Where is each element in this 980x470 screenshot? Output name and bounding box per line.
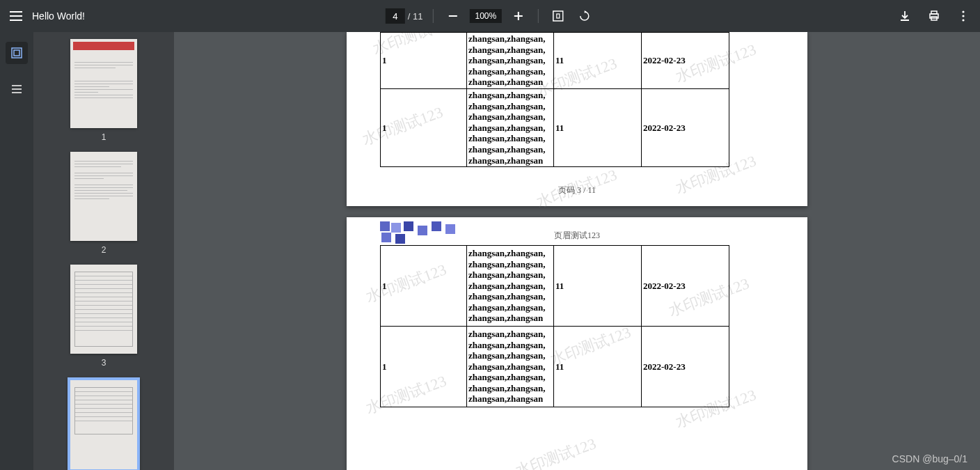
table-row: 1 zhangsan,zhangsan,zhangsan,zhangsan,zh… (381, 33, 729, 89)
cell-names: zhangsan,zhangsan,zhangsan,zhangsan,zhan… (467, 88, 554, 166)
toolbar-left: Hello World! (0, 10, 292, 22)
svg-rect-2 (518, 12, 519, 20)
thumbnail-2[interactable] (70, 152, 137, 241)
watermark: 水印测试123 (513, 433, 599, 470)
cell-id: 1 (381, 246, 467, 327)
svg-point-10 (962, 15, 964, 17)
svg-rect-15 (12, 88, 22, 90)
thumbnail-3[interactable] (70, 265, 137, 354)
page-3-partial: 水印测试123 水印测试123 水印测试123 水印测试123 水印测试123 … (347, 32, 807, 206)
svg-rect-12 (12, 48, 22, 58)
cell-date: 2022-02-23 (642, 327, 729, 407)
data-table: 1 zhangsan,zhangsan,zhangsan,zhangsan,zh… (380, 32, 729, 167)
thumbnails-toggle-icon[interactable] (6, 42, 28, 64)
cell-count: 11 (554, 33, 642, 89)
cell-count: 11 (554, 88, 642, 166)
document-title: Hello World! (32, 10, 85, 22)
cell-id: 1 (381, 33, 467, 89)
toolbar-right (895, 6, 973, 26)
page-footer: 页码 3 / 11 (347, 185, 807, 196)
thumbnail-4[interactable] (68, 377, 140, 470)
svg-point-11 (962, 19, 964, 21)
toolbar-center: / 11 100% (386, 6, 594, 26)
data-table: 1 zhangsan,zhangsan,zhangsan,zhangsan,zh… (380, 245, 729, 407)
fit-page-icon[interactable] (548, 6, 568, 26)
cell-date: 2022-02-23 (642, 246, 729, 327)
side-column (0, 32, 33, 470)
more-icon[interactable] (954, 6, 973, 26)
download-icon[interactable] (895, 6, 915, 26)
svg-rect-4 (557, 14, 560, 18)
cell-count: 11 (554, 246, 642, 327)
page-4-partial: 页眉测试123 水印测试123 水印测试123 水印测试123 水印测试123 … (347, 217, 807, 470)
svg-rect-0 (448, 15, 457, 17)
separator (538, 9, 539, 23)
print-icon[interactable] (924, 6, 944, 26)
thumbnail-label: 1 (102, 132, 106, 142)
rotate-icon[interactable] (575, 6, 594, 26)
cell-date: 2022-02-23 (642, 88, 729, 166)
cell-names: zhangsan,zhangsan,zhangsan,zhangsan,zhan… (467, 327, 554, 407)
svg-point-9 (962, 10, 964, 13)
table-row: 1 zhangsan,zhangsan,zhangsan,zhangsan,zh… (381, 246, 729, 327)
menu-icon[interactable] (10, 11, 22, 21)
attribution-text: CSDN @bug–0/1 (892, 453, 967, 464)
page-total: / 11 (408, 11, 423, 22)
cell-id: 1 (381, 327, 467, 407)
thumbnails-pane[interactable]: 1 2 3 4 (33, 32, 174, 470)
thumbnail-label: 2 (102, 245, 106, 255)
zoom-in-icon[interactable] (509, 6, 528, 26)
zoom-value: 100% (469, 9, 502, 23)
table-row: 1 zhangsan,zhangsan,zhangsan,zhangsan,zh… (381, 88, 729, 166)
zoom-out-icon[interactable] (443, 6, 462, 26)
page-input[interactable] (386, 8, 405, 24)
thumbnail-label: 3 (102, 358, 106, 368)
svg-rect-14 (12, 85, 22, 86)
svg-rect-3 (553, 11, 563, 21)
svg-rect-5 (901, 19, 909, 21)
thumbnail-1[interactable] (70, 39, 137, 128)
table-row: 1 zhangsan,zhangsan,zhangsan,zhangsan,zh… (381, 327, 729, 407)
cell-names: zhangsan,zhangsan,zhangsan,zhangsan,zhan… (467, 33, 554, 89)
svg-rect-13 (14, 50, 19, 56)
cell-names: zhangsan,zhangsan,zhangsan,zhangsan,zhan… (467, 246, 554, 327)
page-header: 页眉测试123 (347, 230, 807, 242)
cell-date: 2022-02-23 (642, 33, 729, 89)
document-viewer[interactable]: 水印测试123 水印测试123 水印测试123 水印测试123 水印测试123 … (174, 32, 980, 470)
cell-count: 11 (554, 327, 642, 407)
outline-toggle-icon[interactable] (6, 78, 28, 100)
cell-id: 1 (381, 88, 467, 166)
page-indicator: / 11 (386, 8, 423, 24)
svg-rect-16 (12, 92, 22, 93)
toolbar: Hello World! / 11 100% (0, 0, 980, 32)
separator (432, 9, 433, 23)
